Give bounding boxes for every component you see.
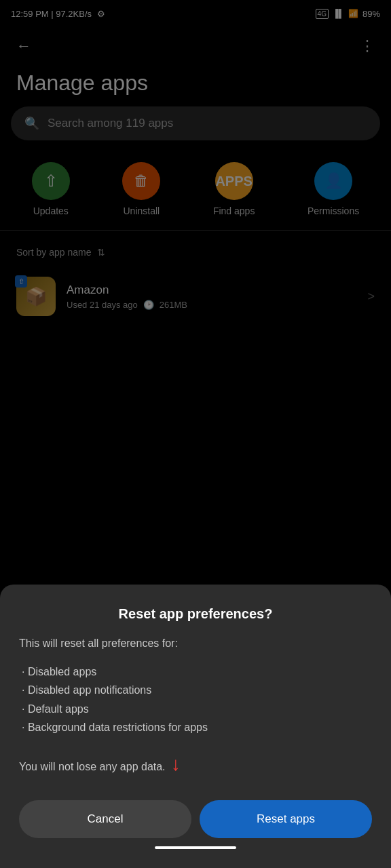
dialog-list: · Disabled apps · Disabled app notificat… (19, 663, 372, 736)
dialog-list-item-3: · Default apps (22, 700, 372, 718)
nav-home-indicator (155, 846, 236, 849)
dialog-overlay: Reset app preferences? This will reset a… (0, 0, 391, 868)
dialog-list-item-2: · Disabled app notifications (22, 681, 372, 699)
dialog-list-item-4: · Background data restrictions for apps (22, 718, 372, 736)
dialog-body: This will reset all preferences for: (19, 635, 372, 652)
dialog-title: Reset app preferences? (19, 606, 372, 622)
arrow-down-icon: ↓ (171, 753, 181, 774)
dialog-list-item-1: · Disabled apps (22, 663, 372, 681)
reset-apps-button[interactable]: Reset apps (200, 800, 372, 838)
reset-preferences-dialog: Reset app preferences? This will reset a… (0, 585, 391, 868)
dialog-note: You will not lose any app data. ↓ (19, 750, 372, 778)
cancel-button[interactable]: Cancel (19, 800, 191, 838)
dialog-buttons: Cancel Reset apps (19, 800, 372, 838)
